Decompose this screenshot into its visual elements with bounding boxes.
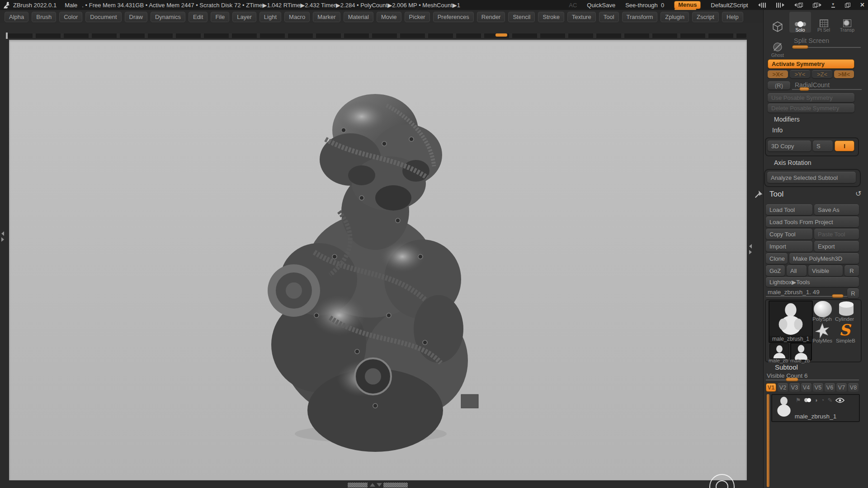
menu-dynamics[interactable]: Dynamics <box>151 12 185 22</box>
polypaint-icon[interactable] <box>804 398 811 402</box>
tool-restore-icon[interactable]: ↺ <box>855 189 861 198</box>
brush-icon[interactable]: ✎ <box>827 397 832 404</box>
menu-zscript[interactable]: Zscript <box>692 12 719 22</box>
clone-button[interactable]: Clone <box>766 253 788 264</box>
quicksave-button[interactable]: QuickSave <box>587 2 615 9</box>
solo-button[interactable]: Solo <box>789 12 811 33</box>
menu-picker[interactable]: Picker <box>405 12 430 22</box>
split-screen-slider-handle[interactable] <box>792 45 808 49</box>
symmetry-m-button[interactable]: >M< <box>834 70 854 78</box>
default-zscript-button[interactable]: DefaultZScript <box>711 2 748 9</box>
subtool-scrollbar[interactable] <box>767 394 769 487</box>
menu-stroke[interactable]: Stroke <box>538 12 564 22</box>
close-icon[interactable]: × <box>860 2 864 8</box>
subtool-tab-v2[interactable]: V2 <box>778 383 788 392</box>
menu-movie[interactable]: Movie <box>377 12 401 22</box>
symmetry-z-button[interactable]: >Z< <box>812 70 832 78</box>
visible-count-slider[interactable] <box>766 380 859 380</box>
tool-r-button[interactable]: R <box>847 288 859 298</box>
menu-color[interactable]: Color <box>59 12 82 22</box>
delete-posable-symmetry-button[interactable]: Delete Posable Symmetry <box>768 103 854 113</box>
half-circle-icon[interactable]: ◑ <box>814 397 818 404</box>
menu-brush[interactable]: Brush <box>32 12 56 22</box>
goz-all-button[interactable]: All <box>787 265 807 276</box>
bottom-tray-handle-right[interactable] <box>383 482 408 488</box>
s-button[interactable]: S <box>813 141 833 151</box>
menu-help[interactable]: Help <box>722 12 743 22</box>
save-as-button[interactable]: Save As <box>814 204 859 215</box>
menu-file[interactable]: File <box>211 12 229 22</box>
make-polymesh3d-button[interactable]: Make PolyMesh3D <box>789 253 859 264</box>
see-through-slider[interactable]: See-through 0 <box>625 2 664 9</box>
info-header[interactable]: Info <box>772 127 783 134</box>
lightbox-tools-button[interactable]: Lightbox▶Tools <box>766 277 859 287</box>
modifiers-header[interactable]: Modifiers <box>774 116 800 123</box>
load-tool-button[interactable]: Load Tool <box>766 204 812 215</box>
bottom-tray-handle-left[interactable] <box>347 482 368 488</box>
left-tray-toggle[interactable] <box>1 231 4 242</box>
pt-sel-button[interactable]: Pt Sel <box>813 12 835 33</box>
right-tray-toggle[interactable] <box>749 244 752 254</box>
transp-button[interactable]: Transp <box>836 12 858 33</box>
divider-right-icon[interactable] <box>776 3 784 8</box>
copy-3d-button[interactable]: 3D Copy <box>768 141 811 151</box>
copy-tool-button[interactable]: Copy Tool <box>766 229 812 239</box>
menu-marker[interactable]: Marker <box>313 12 340 22</box>
subtool-header[interactable]: Subtool <box>775 363 798 371</box>
bottom-tray-arrows[interactable] <box>370 483 382 487</box>
menu-edit[interactable]: Edit <box>189 12 208 22</box>
radial-symmetry-button[interactable]: (R) <box>768 81 790 89</box>
visibility-eye-icon[interactable] <box>835 398 844 403</box>
current-tool-slider-label[interactable]: male_zbrush_1. 49 <box>768 289 820 296</box>
menu-tool[interactable]: Tool <box>599 12 619 22</box>
polysphere-thumbnail[interactable] <box>814 301 832 317</box>
tool-thumbnail-small-1[interactable] <box>769 343 789 359</box>
menu-layer[interactable]: Layer <box>232 12 256 22</box>
export-button[interactable]: Export <box>814 241 859 252</box>
window-cascade-right-icon[interactable] <box>813 3 821 8</box>
subtool-tab-v8[interactable]: V8 <box>848 383 859 392</box>
menu-light[interactable]: Light <box>259 12 281 22</box>
i-button[interactable]: I <box>835 141 854 151</box>
subtool-tab-v6[interactable]: V6 <box>825 383 835 392</box>
menu-stencil[interactable]: Stencil <box>508 12 535 22</box>
paste-tool-button[interactable]: Paste Tool <box>814 229 859 239</box>
goz-button[interactable]: GoZ <box>766 265 785 276</box>
menus-toggle-button[interactable]: Menus <box>674 1 701 9</box>
sculpt-viewport[interactable] <box>9 40 747 480</box>
simple-brush-logo[interactable]: S <box>839 321 850 339</box>
current-tool-slider-handle[interactable] <box>832 294 844 298</box>
restore-icon[interactable] <box>845 3 850 8</box>
timeline-strip[interactable] <box>8 33 746 38</box>
activate-symmetry-button[interactable]: Activate Symmetry <box>768 59 854 69</box>
goz-visible-button[interactable]: Visible <box>808 265 843 276</box>
import-button[interactable]: Import <box>766 241 812 252</box>
cylinder-thumbnail[interactable] <box>836 300 856 317</box>
load-tools-from-project-button[interactable]: Load Tools From Project <box>766 216 859 227</box>
menu-texture[interactable]: Texture <box>567 12 596 22</box>
divider-left-icon[interactable] <box>758 3 766 8</box>
menu-zplugin[interactable]: Zplugin <box>660 12 689 22</box>
hammer-icon[interactable] <box>754 189 764 199</box>
symmetry-x-button[interactable]: >X< <box>768 70 788 78</box>
menu-draw[interactable]: Draw <box>125 12 147 22</box>
menu-macro[interactable]: Macro <box>284 12 310 22</box>
polymesh-star-thumbnail[interactable] <box>813 323 832 339</box>
goz-r-button[interactable]: R <box>844 265 859 276</box>
radial-count-slider-handle[interactable] <box>799 87 809 91</box>
menu-preferences[interactable]: Preferences <box>433 12 474 22</box>
menu-alpha[interactable]: Alpha <box>5 12 28 22</box>
menu-material[interactable]: Material <box>344 12 373 22</box>
subtool-tab-v4[interactable]: V4 <box>801 383 811 392</box>
subtool-tab-v3[interactable]: V3 <box>789 383 800 392</box>
perspective-cube-button[interactable] <box>768 12 788 33</box>
axis-rotation-header[interactable]: Axis Rotation <box>774 159 811 166</box>
symmetry-y-button[interactable]: >Y< <box>790 70 810 78</box>
timeline-marker[interactable] <box>495 33 507 37</box>
subtool-tab-v1[interactable]: V1 <box>766 383 776 392</box>
tool-palette-header[interactable]: Tool <box>769 190 783 199</box>
ghost-button[interactable]: Ghost <box>768 35 788 58</box>
quarter-circle-icon[interactable]: ◔ <box>821 397 825 404</box>
use-posable-symmetry-button[interactable]: Use Posable Symmetry <box>768 93 854 102</box>
subtool-tab-v5[interactable]: V5 <box>813 383 823 392</box>
